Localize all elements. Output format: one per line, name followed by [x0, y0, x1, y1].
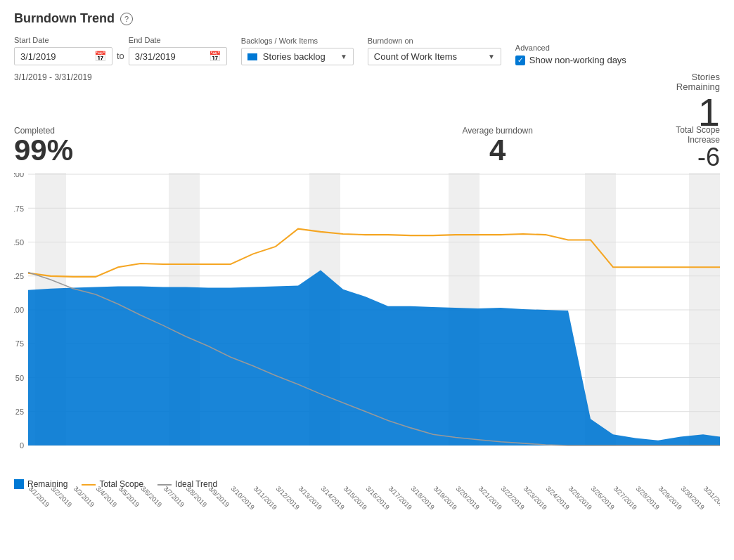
- svg-text:3/31/2019: 3/31/2019: [702, 485, 720, 512]
- chart-area: 0 25 50 75 100 125 150 175 200 3/1/2019 …: [14, 173, 720, 475]
- svg-text:3/21/2019: 3/21/2019: [477, 485, 504, 512]
- svg-text:3/27/2019: 3/27/2019: [612, 485, 639, 512]
- completed-stat: Completed 99%: [14, 125, 73, 165]
- end-date-label: End Date: [129, 36, 227, 44]
- page-title: Burndown Trend: [14, 11, 115, 26]
- svg-text:3/2/2019: 3/2/2019: [50, 485, 74, 509]
- backlogs-caret-icon: ▼: [340, 53, 347, 60]
- burndown-on-label: Burndown on: [368, 37, 501, 45]
- svg-marker-24: [28, 271, 720, 446]
- svg-text:3/1/2019: 3/1/2019: [27, 485, 51, 509]
- burndown-on-caret-icon: ▼: [488, 53, 495, 60]
- advanced-label: Advanced: [515, 44, 626, 52]
- date-range-label: 3/1/2019 - 3/31/2019: [14, 72, 92, 82]
- svg-text:3/6/2019: 3/6/2019: [140, 485, 164, 509]
- svg-text:3/15/2019: 3/15/2019: [342, 485, 369, 512]
- svg-text:3/28/2019: 3/28/2019: [635, 485, 662, 512]
- burndown-on-dropdown[interactable]: Count of Work Items ▼: [368, 48, 501, 65]
- svg-text:3/22/2019: 3/22/2019: [500, 485, 527, 512]
- total-scope-label1: Total Scope: [676, 125, 720, 135]
- burndown-on-value: Count of Work Items: [374, 51, 484, 62]
- help-icon[interactable]: ?: [120, 13, 133, 25]
- svg-text:75: 75: [15, 340, 24, 349]
- svg-text:3/9/2019: 3/9/2019: [207, 485, 231, 509]
- svg-text:150: 150: [14, 238, 24, 247]
- svg-text:0: 0: [20, 441, 24, 450]
- svg-text:3/20/2019: 3/20/2019: [455, 485, 482, 512]
- svg-text:50: 50: [15, 374, 24, 382]
- svg-text:3/23/2019: 3/23/2019: [522, 485, 549, 512]
- svg-text:3/16/2019: 3/16/2019: [365, 485, 392, 512]
- stories-remaining-label1: Stories: [692, 72, 720, 82]
- svg-text:3/19/2019: 3/19/2019: [432, 485, 459, 512]
- svg-text:3/14/2019: 3/14/2019: [320, 485, 347, 512]
- completed-value: 99%: [14, 136, 73, 165]
- calendar-icon-end: 📅: [209, 51, 221, 62]
- start-date-value: 3/1/2019: [20, 51, 90, 62]
- svg-text:100: 100: [14, 306, 24, 314]
- svg-text:125: 125: [14, 272, 24, 280]
- stories-remaining-stat: Stories Remaining 1: [676, 72, 720, 132]
- x-axis-labels: 3/1/2019 3/2/2019 3/3/2019 3/4/2019 3/5/…: [14, 478, 720, 535]
- svg-text:3/17/2019: 3/17/2019: [387, 485, 414, 512]
- end-date-input[interactable]: 3/31/2019 📅: [129, 47, 227, 65]
- total-scope-value: -6: [697, 145, 720, 170]
- svg-text:175: 175: [14, 204, 24, 213]
- svg-rect-4: [585, 173, 616, 445]
- svg-text:3/10/2019: 3/10/2019: [230, 485, 257, 512]
- checkbox-label: Show non-working days: [529, 55, 626, 65]
- backlogs-value: Stories backlog: [263, 51, 336, 62]
- checkmark-icon: ✓: [517, 56, 523, 64]
- svg-text:200: 200: [14, 173, 24, 178]
- start-date-label: Start Date: [14, 36, 112, 44]
- total-scope-stat: Total Scope Increase -6: [676, 125, 720, 171]
- svg-text:3/29/2019: 3/29/2019: [657, 485, 684, 512]
- svg-text:3/26/2019: 3/26/2019: [590, 485, 617, 512]
- calendar-icon: 📅: [94, 51, 106, 62]
- svg-rect-5: [689, 173, 720, 445]
- svg-text:25: 25: [15, 408, 24, 416]
- burndown-chart: 0 25 50 75 100 125 150 175 200: [14, 173, 720, 475]
- backlogs-label: Backlogs / Work Items: [241, 37, 354, 45]
- svg-text:3/30/2019: 3/30/2019: [680, 485, 707, 512]
- backlogs-dropdown[interactable]: Stories backlog ▼: [241, 48, 354, 65]
- svg-text:3/8/2019: 3/8/2019: [185, 485, 209, 509]
- show-nonworking-days-checkbox[interactable]: ✓ Show non-working days: [515, 55, 626, 65]
- svg-text:3/18/2019: 3/18/2019: [410, 485, 437, 512]
- start-date-input[interactable]: 3/1/2019 📅: [14, 47, 112, 65]
- avg-burndown-value: 4: [462, 136, 533, 165]
- avg-burndown-stat: Average burndown 4: [462, 125, 533, 165]
- svg-text:3/13/2019: 3/13/2019: [297, 485, 324, 512]
- svg-text:3/7/2019: 3/7/2019: [162, 485, 186, 509]
- svg-text:3/3/2019: 3/3/2019: [72, 485, 96, 509]
- svg-text:3/5/2019: 3/5/2019: [117, 485, 141, 509]
- svg-text:3/11/2019: 3/11/2019: [252, 485, 279, 512]
- svg-text:3/24/2019: 3/24/2019: [545, 485, 572, 512]
- svg-text:3/4/2019: 3/4/2019: [95, 485, 119, 509]
- svg-text:3/12/2019: 3/12/2019: [275, 485, 302, 512]
- to-label: to: [117, 51, 124, 65]
- end-date-value: 3/31/2019: [135, 51, 205, 62]
- svg-text:3/25/2019: 3/25/2019: [567, 485, 594, 512]
